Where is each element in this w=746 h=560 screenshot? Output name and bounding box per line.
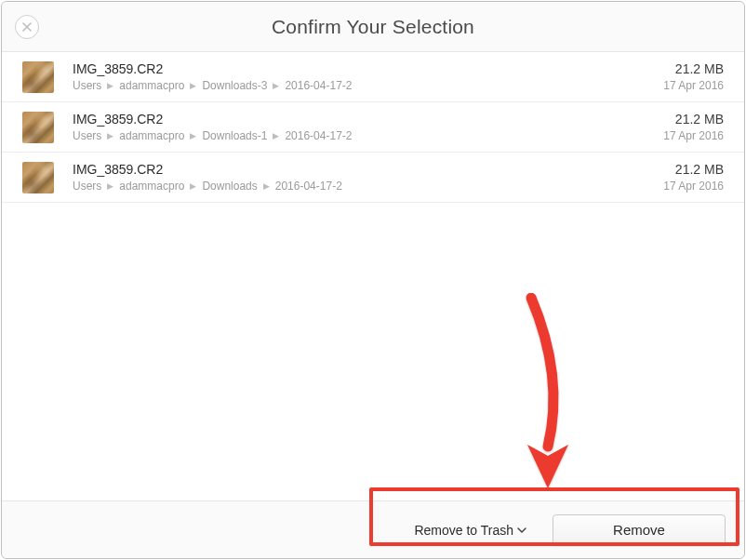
remove-mode-dropdown[interactable]: Remove to Trash xyxy=(414,523,526,538)
path-segment: Downloads-3 xyxy=(202,79,267,92)
item-meta: 21.2 MB 17 Apr 2016 xyxy=(663,61,724,92)
chevron-right-icon: ▶ xyxy=(190,131,196,140)
item-meta: 21.2 MB 17 Apr 2016 xyxy=(663,162,724,193)
path-segment: adammacpro xyxy=(119,129,184,142)
dialog-header: Confirm Your Selection xyxy=(2,2,744,52)
file-date: 17 Apr 2016 xyxy=(663,180,724,193)
chevron-right-icon: ▶ xyxy=(263,181,270,191)
path-segment: adammacpro xyxy=(119,79,184,92)
item-main: IMG_3859.CR2 Users ▶ adammacpro ▶ Downlo… xyxy=(73,61,663,92)
file-name: IMG_3859.CR2 xyxy=(73,61,663,76)
path-segment: 2016-04-17-2 xyxy=(285,129,352,142)
file-date: 17 Apr 2016 xyxy=(663,79,724,92)
file-thumbnail xyxy=(22,61,54,93)
chevron-right-icon: ▶ xyxy=(107,81,113,90)
path-segment: 2016-04-17-2 xyxy=(285,79,352,92)
item-main: IMG_3859.CR2 Users ▶ adammacpro ▶ Downlo… xyxy=(73,112,663,142)
chevron-right-icon: ▶ xyxy=(107,181,113,191)
path-segment: Users xyxy=(73,129,101,142)
dialog-title: Confirm Your Selection xyxy=(272,16,474,38)
item-main: IMG_3859.CR2 Users ▶ adammacpro ▶ Downlo… xyxy=(73,162,663,193)
file-size: 21.2 MB xyxy=(663,162,724,177)
path-segment: 2016-04-17-2 xyxy=(275,180,342,193)
chevron-right-icon: ▶ xyxy=(273,81,279,90)
item-meta: 21.2 MB 17 Apr 2016 xyxy=(663,112,724,142)
file-thumbnail xyxy=(22,162,54,193)
chevron-down-icon xyxy=(517,527,526,534)
chevron-right-icon: ▶ xyxy=(273,131,279,140)
file-size: 21.2 MB xyxy=(663,61,724,76)
path-segment: Downloads-1 xyxy=(202,129,267,142)
remove-button[interactable]: Remove xyxy=(553,514,726,546)
path-segment: Users xyxy=(73,180,101,193)
file-name: IMG_3859.CR2 xyxy=(73,112,663,127)
close-button[interactable] xyxy=(15,15,39,39)
file-path: Users ▶ adammacpro ▶ Downloads-3 ▶ 2016-… xyxy=(73,79,663,92)
file-name: IMG_3859.CR2 xyxy=(73,162,663,177)
file-thumbnail xyxy=(22,112,54,143)
chevron-right-icon: ▶ xyxy=(190,181,196,191)
file-list: IMG_3859.CR2 Users ▶ adammacpro ▶ Downlo… xyxy=(2,52,744,203)
list-item[interactable]: IMG_3859.CR2 Users ▶ adammacpro ▶ Downlo… xyxy=(2,153,744,203)
chevron-right-icon: ▶ xyxy=(190,81,196,90)
dialog-footer: Remove to Trash Remove xyxy=(2,500,744,558)
close-icon xyxy=(22,22,32,32)
chevron-right-icon: ▶ xyxy=(107,131,113,140)
file-size: 21.2 MB xyxy=(663,112,724,127)
path-segment: adammacpro xyxy=(119,180,184,193)
file-path: Users ▶ adammacpro ▶ Downloads-1 ▶ 2016-… xyxy=(73,129,663,142)
confirm-selection-dialog: Confirm Your Selection IMG_3859.CR2 User… xyxy=(1,1,745,559)
list-item[interactable]: IMG_3859.CR2 Users ▶ adammacpro ▶ Downlo… xyxy=(2,102,744,153)
file-date: 17 Apr 2016 xyxy=(663,129,724,142)
file-path: Users ▶ adammacpro ▶ Downloads ▶ 2016-04… xyxy=(73,180,663,193)
list-item[interactable]: IMG_3859.CR2 Users ▶ adammacpro ▶ Downlo… xyxy=(2,52,744,102)
remove-mode-label: Remove to Trash xyxy=(414,523,513,538)
path-segment: Users xyxy=(73,79,101,92)
path-segment: Downloads xyxy=(202,180,257,193)
